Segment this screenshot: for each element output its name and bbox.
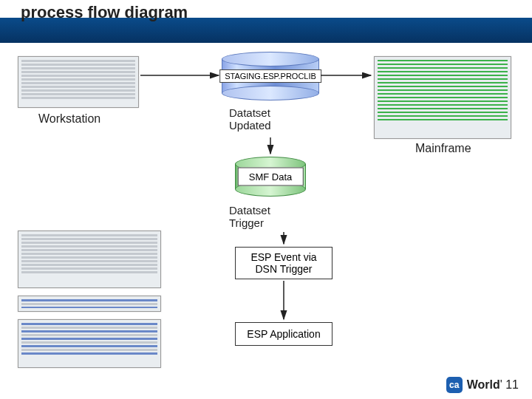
logo-text: World' 11	[467, 378, 519, 392]
procdef-screenshot	[18, 296, 161, 312]
esp-app-box: ESP Application	[235, 322, 332, 346]
slide-title: process flow diagram	[21, 3, 188, 22]
smf-cylinder-label: SMF Data	[238, 168, 304, 186]
workstation-screenshot	[18, 56, 139, 108]
staging-cylinder-label: STAGING.ESP.PROCLIB	[219, 69, 321, 83]
workstation-label: Workstation	[38, 112, 100, 126]
footer-logo: ca World' 11	[446, 377, 519, 393]
dataset-updated-label: Datatset Updated	[229, 106, 271, 132]
smf-cylinder: SMF Data	[235, 157, 306, 197]
jobdef-screenshot	[18, 319, 161, 368]
mainframe-label: Mainframe	[415, 142, 471, 155]
ca-badge-icon: ca	[446, 377, 463, 393]
event-def-screenshot	[18, 231, 161, 288]
diagram-stage: Workstation Mainframe STAGING.ESP.PROCLI…	[0, 43, 532, 399]
mainframe-screenshot	[374, 56, 511, 139]
esp-event-box: ESP Event via DSN Trigger	[235, 247, 332, 279]
dataset-trigger-label: Datatset Trigger	[229, 204, 270, 229]
staging-cylinder: STAGING.ESP.PROCLIB	[222, 52, 319, 100]
